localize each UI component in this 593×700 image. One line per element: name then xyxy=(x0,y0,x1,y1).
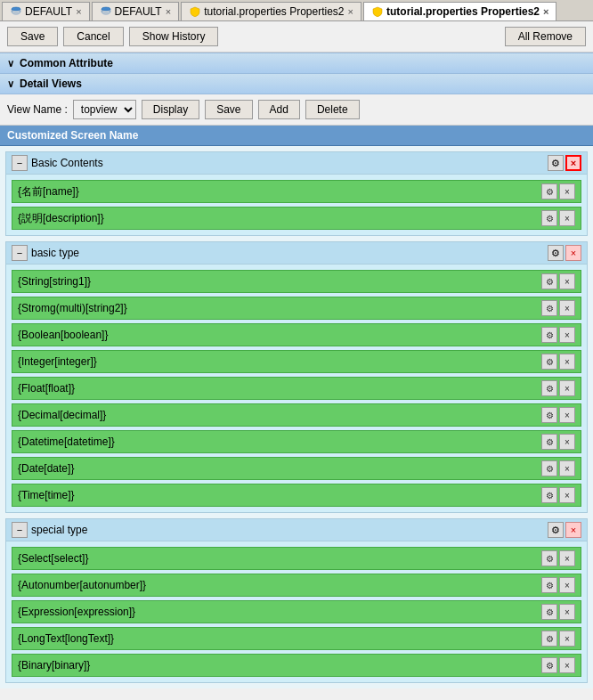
group-special-type-close[interactable]: × xyxy=(565,522,581,538)
group-basic-contents-toggle[interactable]: − xyxy=(12,155,28,171)
field-boolean-label: {Boolean[boolean]} xyxy=(18,329,108,341)
field-boolean-close[interactable]: × xyxy=(559,327,575,343)
field-name-gear[interactable]: ⚙ xyxy=(541,183,557,199)
field-boolean-gear[interactable]: ⚙ xyxy=(541,327,557,343)
field-string1-close[interactable]: × xyxy=(559,273,575,289)
field-description-gear[interactable]: ⚙ xyxy=(541,210,557,226)
field-string1-controls: ⚙ × xyxy=(541,273,575,289)
field-string2-close[interactable]: × xyxy=(559,300,575,316)
screen-name-label: Customized Screen Name xyxy=(7,129,138,142)
tab-4-close[interactable]: × xyxy=(543,6,548,17)
field-autonumber-close[interactable]: × xyxy=(559,577,575,593)
field-description-close[interactable]: × xyxy=(559,210,575,226)
field-longtext-gear[interactable]: ⚙ xyxy=(541,631,557,647)
db-icon-1 xyxy=(10,5,22,18)
field-decimal: {Decimal[decimal]} ⚙ × xyxy=(12,403,581,427)
tab-1-close[interactable]: × xyxy=(76,6,81,17)
field-name-controls: ⚙ × xyxy=(541,183,575,199)
cancel-button[interactable]: Cancel xyxy=(63,27,123,46)
field-float-close[interactable]: × xyxy=(559,380,575,396)
save-button[interactable]: Save xyxy=(7,27,58,46)
field-longtext-controls: ⚙ × xyxy=(541,631,575,647)
field-binary-close[interactable]: × xyxy=(559,657,575,673)
tab-3[interactable]: tutorial.properties Properties2 × xyxy=(181,2,361,20)
field-decimal-close[interactable]: × xyxy=(559,407,575,423)
detail-views-label: Detail Views xyxy=(20,77,82,90)
field-datetime-label: {Datetime[datetime]} xyxy=(18,435,115,448)
common-attribute-toggle: ∨ xyxy=(7,58,14,69)
group-special-type-header: − special type ⚙ × xyxy=(6,519,587,541)
field-datetime-close[interactable]: × xyxy=(559,434,575,450)
field-expression-close[interactable]: × xyxy=(559,604,575,620)
view-save-button[interactable]: Save xyxy=(205,100,252,119)
all-remove-button[interactable]: All Remove xyxy=(505,27,586,46)
group-basic-type-toggle[interactable]: − xyxy=(12,245,28,261)
tab-2[interactable]: DEFAULT × xyxy=(92,2,180,20)
group-basic-contents-settings[interactable]: ⚙ xyxy=(548,155,564,171)
group-basic-type-settings[interactable]: ⚙ xyxy=(548,245,564,261)
tab-2-close[interactable]: × xyxy=(166,6,171,17)
field-string1: {String[string1]} ⚙ × xyxy=(12,270,581,293)
tab-3-close[interactable]: × xyxy=(348,6,353,17)
field-autonumber: {Autonumber[autonumber]} ⚙ × xyxy=(12,574,581,597)
group-basic-contents-close[interactable]: × xyxy=(565,155,581,171)
display-button[interactable]: Display xyxy=(142,100,199,119)
field-string2-gear[interactable]: ⚙ xyxy=(541,300,557,316)
tab-bar: DEFAULT × DEFAULT × tutorial.properties … xyxy=(0,0,593,21)
group-basic-contents-label: Basic Contents xyxy=(31,157,103,169)
shield-icon-4 xyxy=(371,5,384,18)
field-date-gear[interactable]: ⚙ xyxy=(541,460,557,476)
field-expression-gear[interactable]: ⚙ xyxy=(541,604,557,620)
field-integer-gear[interactable]: ⚙ xyxy=(541,354,557,370)
show-history-button[interactable]: Show History xyxy=(129,27,219,46)
field-datetime-gear[interactable]: ⚙ xyxy=(541,434,557,450)
field-date: {Date[date]} ⚙ × xyxy=(12,457,581,480)
field-longtext-close[interactable]: × xyxy=(559,631,575,647)
group-special-type-settings[interactable]: ⚙ xyxy=(548,522,564,538)
field-expression: {Expression[expression]} ⚙ × xyxy=(12,600,581,623)
view-name-select[interactable]: topview xyxy=(73,100,136,119)
group-basic-contents: − Basic Contents ⚙ × {名前[name]} ⚙ × xyxy=(5,151,588,236)
group-special-type: − special type ⚙ × {Select[select]} ⚙ × xyxy=(5,518,588,683)
db-icon-2 xyxy=(100,5,112,18)
field-float-label: {Float[float]} xyxy=(18,382,75,395)
field-float-gear[interactable]: ⚙ xyxy=(541,380,557,396)
field-longtext: {LongText[longText]} ⚙ × xyxy=(12,627,581,650)
field-decimal-gear[interactable]: ⚙ xyxy=(541,407,557,423)
field-datetime-controls: ⚙ × xyxy=(541,434,575,450)
group-basic-type-close[interactable]: × xyxy=(565,245,581,261)
field-autonumber-controls: ⚙ × xyxy=(541,577,575,593)
field-string1-gear[interactable]: ⚙ xyxy=(541,273,557,289)
field-binary-gear[interactable]: ⚙ xyxy=(541,657,557,673)
common-attribute-section[interactable]: ∨ Common Attribute xyxy=(0,53,593,74)
page-wrapper: DEFAULT × DEFAULT × tutorial.properties … xyxy=(0,0,593,700)
field-integer-close[interactable]: × xyxy=(559,354,575,370)
field-autonumber-label: {Autonumber[autonumber]} xyxy=(18,579,146,591)
tab-1[interactable]: DEFAULT × xyxy=(2,2,90,20)
add-button[interactable]: Add xyxy=(258,100,300,119)
field-string2-controls: ⚙ × xyxy=(541,300,575,316)
field-string1-label: {String[string1]} xyxy=(18,275,91,288)
field-autonumber-gear[interactable]: ⚙ xyxy=(541,577,557,593)
field-binary: {Binary[binary]} ⚙ × xyxy=(12,654,581,677)
field-string2-label: {Stromg(multi)[string2]} xyxy=(18,302,127,314)
field-name-close[interactable]: × xyxy=(559,183,575,199)
field-datetime: {Datetime[datetime]} ⚙ × xyxy=(12,430,581,453)
field-time-close[interactable]: × xyxy=(559,487,575,503)
field-date-close[interactable]: × xyxy=(559,460,575,476)
field-select-gear[interactable]: ⚙ xyxy=(541,550,557,566)
detail-views-section[interactable]: ∨ Detail Views xyxy=(0,74,593,94)
tab-4[interactable]: tutorial.properties Properties2 × xyxy=(363,2,556,20)
field-expression-label: {Expression[expression]} xyxy=(18,606,135,618)
tab-4-label: tutorial.properties Properties2 xyxy=(386,5,540,18)
delete-button[interactable]: Delete xyxy=(305,100,360,119)
group-special-type-toggle[interactable]: − xyxy=(12,522,28,538)
toolbar: Save Cancel Show History All Remove xyxy=(0,21,593,53)
field-time-gear[interactable]: ⚙ xyxy=(541,487,557,503)
field-boolean-controls: ⚙ × xyxy=(541,327,575,343)
field-select-close[interactable]: × xyxy=(559,550,575,566)
field-integer: {Integer[integer]} ⚙ × xyxy=(12,350,581,373)
tab-3-label: tutorial.properties Properties2 xyxy=(204,5,344,18)
shield-icon-3 xyxy=(189,5,201,18)
group-basic-contents-fields: {名前[name]} ⚙ × {説明[description]} ⚙ × xyxy=(6,175,587,235)
